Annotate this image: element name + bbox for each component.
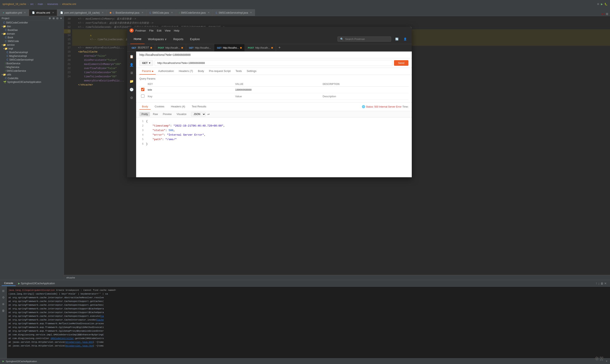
resp-tab-test-results[interactable]: Test Results <box>189 104 209 110</box>
req-tab-0[interactable]: GET 测试REST <box>129 44 155 52</box>
format-tab-visualize[interactable]: Visualize <box>175 112 189 117</box>
url-input[interactable] <box>155 60 392 66</box>
collection-icon[interactable]: 📁 <box>128 78 135 85</box>
project-close-icon[interactable]: ✕ <box>60 17 62 20</box>
menu-help[interactable]: Help <box>174 29 179 32</box>
menu-view[interactable]: View <box>165 29 171 32</box>
close-icon[interactable]: ✕ <box>250 11 252 14</box>
param-checkbox-1[interactable] <box>141 94 144 98</box>
tree-item-springboot19cacheapplication[interactable]: 🌱 Springboot19CacheApplication <box>0 80 64 84</box>
req-tab-2[interactable]: GET http://localho... <box>186 44 214 52</box>
ide-tab-smscodeserviceimpl[interactable]: C SMSCodeServiceImpl.java ✕ <box>213 9 255 16</box>
resp-tab-body[interactable]: Body <box>139 104 150 110</box>
ide-tab-smscode[interactable]: C SMSCode.java ✕ <box>147 9 176 16</box>
param-key-input-1[interactable] <box>148 95 232 98</box>
tree-item-utils[interactable]: ▾ 📁 utils <box>0 73 64 77</box>
tree-item-dao[interactable]: ▾ 📁 dao <box>0 25 64 28</box>
tree-item-codeutils[interactable]: C CodeUtils <box>0 77 64 80</box>
param-tab-body[interactable]: Body <box>195 68 206 75</box>
format-tab-raw[interactable]: Raw <box>151 112 160 117</box>
req-tab-4[interactable]: POST http://localh... <box>245 44 276 52</box>
tree-item-smscodecontroller[interactable]: C SMSCodeController <box>0 21 64 25</box>
format-tab-preview[interactable]: Preview <box>161 112 174 117</box>
user-icon[interactable]: 👤 <box>402 36 408 42</box>
col-key: KEY <box>146 82 233 87</box>
history-icon[interactable]: 👤 <box>128 61 135 68</box>
format-tab-pretty[interactable]: Pretty <box>139 112 150 117</box>
close-bottom-btn[interactable]: ✕ <box>604 282 607 285</box>
method-select[interactable]: GET ▾ <box>139 60 153 66</box>
param-tab-settings[interactable]: Settings <box>244 68 259 75</box>
clear-console-btn[interactable]: 🗑 <box>600 282 603 285</box>
param-value-input-1[interactable] <box>235 95 319 98</box>
close-icon[interactable]: ✕ <box>171 11 173 14</box>
tree-item-bookdao[interactable]: C BookDao <box>0 28 64 32</box>
project-layout-icon[interactable]: ⊞ <box>53 17 55 20</box>
tree-item-service[interactable]: ▾ 📁 service <box>0 43 64 47</box>
tree-item-smscodeserviceimpl[interactable]: C SMSCodeServiceImpl <box>0 58 64 62</box>
param-tab-pre-request[interactable]: Pre-request Script <box>206 68 233 75</box>
menu-edit[interactable]: Edit <box>157 29 161 32</box>
gear-icon[interactable]: ⚙ <box>128 94 135 101</box>
filter-btn[interactable]: ⊞ <box>1 288 6 293</box>
trash-btn[interactable]: 🗑 <box>1 308 6 313</box>
nav-reports[interactable]: Reports <box>170 34 187 44</box>
close-icon[interactable]: ✕ <box>52 11 54 14</box>
ide-tab-application-yml[interactable]: ▸ application.yml ✕ <box>0 9 29 16</box>
resp-tab-headers[interactable]: Headers (4) <box>169 104 188 110</box>
env-icon[interactable]: 🖥 <box>128 70 135 76</box>
resp-tab-cookies[interactable]: Cookies <box>152 104 167 110</box>
format-select[interactable]: JSON XML HTML Text <box>191 112 206 117</box>
scroll-down-btn[interactable]: ↓ <box>598 282 600 285</box>
menu-file[interactable]: File <box>149 29 153 32</box>
req-tab-1[interactable]: POST http://localh... <box>155 44 186 52</box>
sync-icon[interactable]: 🔄 <box>393 36 400 42</box>
tree-item-smscodeservice[interactable]: I SMSCodeService <box>0 69 64 73</box>
nav-workspaces[interactable]: Workspaces ∨ <box>145 34 170 44</box>
expand-icon[interactable]: ⊕ <box>606 12 608 16</box>
scroll-up-btn[interactable]: ↑ <box>596 282 597 285</box>
tree-item-impl[interactable]: ▾ 📁 impl <box>0 47 64 51</box>
req-tab-3[interactable]: GET http://localho... <box>214 44 245 52</box>
settings-btn[interactable]: ⚙ <box>1 295 6 300</box>
tree-item-msgserviceimpl[interactable]: C MsgServiceImpl <box>0 54 64 58</box>
clock-icon[interactable]: 🕐 <box>128 86 135 93</box>
ide-run-icon[interactable]: ▶ <box>601 3 603 6</box>
nav-explore[interactable]: Explore <box>187 34 203 44</box>
ide-tab-bookserviceimpl[interactable]: C BookServiceImpl.java ✕ <box>107 9 146 16</box>
tab-actuator[interactable]: ▶ Springboot19CacheApplication <box>16 281 57 286</box>
folder-icon: 📁 <box>3 73 6 76</box>
postman-search[interactable]: 🔍 Search Postman <box>338 37 391 42</box>
send-button[interactable]: Send <box>394 60 408 66</box>
ide-debug-icon[interactable]: 🐛 <box>604 3 608 6</box>
project-label: Project <box>2 17 9 20</box>
project-settings-icon[interactable]: ⚙ <box>49 17 51 20</box>
tab-console[interactable]: Console <box>2 281 16 286</box>
add-tab-button[interactable]: + <box>276 46 283 50</box>
param-tab-headers[interactable]: Headers (7) <box>176 68 196 75</box>
ide-control-icon[interactable]: ⚙ <box>597 3 599 6</box>
tree-item-bookservice[interactable]: I BookService <box>0 62 64 65</box>
project-collapse-icon[interactable]: ⊟ <box>56 17 58 20</box>
new-request-icon[interactable]: 📋 <box>128 53 135 60</box>
tree-item-book[interactable]: C Book <box>0 36 64 39</box>
param-tab-authorization[interactable]: Authorization <box>156 68 176 75</box>
ide-tab-smscodeservice[interactable]: I SMSCodeService.java ✕ <box>176 9 213 16</box>
close-icon[interactable]: ✕ <box>208 11 210 14</box>
close-icon[interactable]: ✕ <box>102 11 104 14</box>
tree-item-msgservice[interactable]: I MsgService <box>0 65 64 69</box>
tree-item-domain[interactable]: ▾ 📁 domain <box>0 32 64 36</box>
expand-btn[interactable]: ⊕ <box>1 301 6 307</box>
tree-item-bookserviceimpl[interactable]: C BookServiceImpl <box>0 51 64 54</box>
tree-item-smscode[interactable]: C SMSCode <box>0 39 64 43</box>
ide-tab-ehcache-xml[interactable]: 📄 ehcache.xml ✕ <box>29 9 57 16</box>
param-tab-tests[interactable]: Tests <box>233 68 244 75</box>
close-icon[interactable]: ✕ <box>24 11 26 14</box>
param-desc-input-1[interactable] <box>323 95 407 98</box>
param-checkbox-0[interactable] <box>141 88 144 91</box>
nav-home[interactable]: Home <box>130 34 145 44</box>
close-icon[interactable]: ✕ <box>141 11 143 14</box>
ide-tab-pom-xml[interactable]: 📄 pom.xml (springboot_19_cache) ✕ <box>57 9 107 16</box>
param-tab-params[interactable]: Params <box>139 68 156 75</box>
beautify-button[interactable]: ⇌ <box>207 113 210 116</box>
